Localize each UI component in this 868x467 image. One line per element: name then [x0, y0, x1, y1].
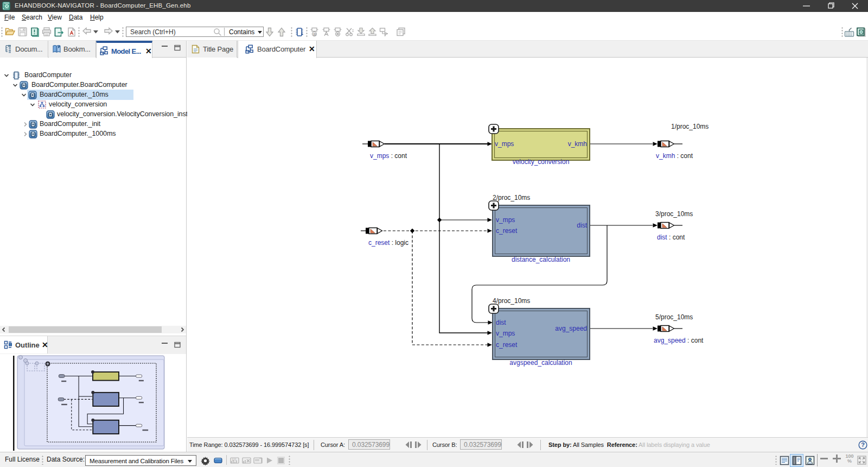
svg-text:4/proc_10ms: 4/proc_10ms: [493, 297, 530, 305]
svg-text:dist: dist: [577, 222, 587, 229]
svg-text:v_mps: v_mps: [496, 330, 515, 337]
svg-text:B: B: [314, 32, 316, 37]
svg-text:avgspeed_calculation: avgspeed_calculation: [509, 359, 572, 367]
svg-text:5/proc_10ms: 5/proc_10ms: [655, 313, 693, 321]
svg-text:v_kmh: v_kmh: [568, 140, 587, 148]
svg-text:1/proc_10ms: 1/proc_10ms: [671, 123, 709, 130]
svg-text:?: ?: [861, 441, 865, 448]
svg-text:avg_speed : cont: avg_speed : cont: [654, 337, 704, 344]
svg-text:avg_speed: avg_speed: [555, 325, 587, 332]
svg-text:3/proc_10ms: 3/proc_10ms: [655, 210, 693, 218]
svg-text:distance_calculation: distance_calculation: [512, 256, 570, 263]
svg-text:velocity_conversion: velocity_conversion: [513, 158, 570, 166]
svg-text:c_reset: c_reset: [496, 341, 518, 349]
svg-text:dist : cont: dist : cont: [657, 234, 685, 241]
svg-text:dist: dist: [496, 319, 506, 326]
svg-text:v_kmh : cont: v_kmh : cont: [656, 152, 693, 160]
svg-text:c_reset: c_reset: [496, 227, 518, 235]
svg-text:2/proc_10ms: 2/proc_10ms: [493, 194, 530, 201]
svg-text:c_reset : logic: c_reset : logic: [368, 239, 409, 247]
svg-text:111: 111: [232, 458, 237, 461]
svg-text:v_mps: v_mps: [495, 140, 514, 148]
svg-text:v_mps : cont: v_mps : cont: [370, 152, 407, 160]
svg-text:v_mps: v_mps: [496, 216, 515, 224]
